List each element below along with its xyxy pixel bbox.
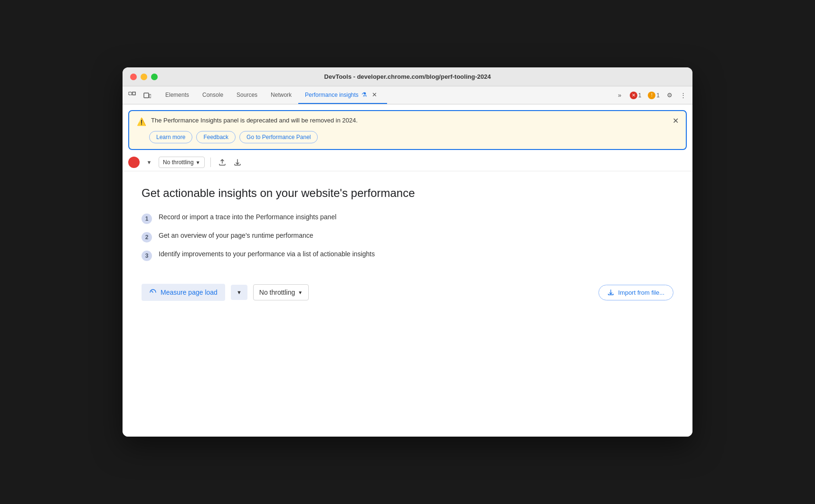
step-number-3: 3: [142, 251, 152, 261]
step-number-1: 1: [142, 214, 152, 224]
warning-count: 1: [656, 92, 660, 99]
warning-triangle-icon: ⚠️: [137, 117, 146, 126]
import-from-file-button[interactable]: Import from file...: [598, 285, 673, 300]
tab-elements[interactable]: Elements: [159, 86, 196, 104]
step-number-2: 2: [142, 232, 152, 243]
steps-list: 1 Record or import a trace into the Perf…: [142, 213, 673, 261]
panel-title: Get actionable insights on your website'…: [142, 187, 673, 200]
step-item-1: 1 Record or import a trace into the Perf…: [142, 213, 673, 224]
measure-chevron-icon: ▼: [237, 289, 242, 295]
tab-network[interactable]: Network: [264, 86, 298, 104]
devtools-content: ⚠️ The Performance Insights panel is dep…: [123, 104, 692, 437]
tab-close-icon[interactable]: ✕: [369, 89, 380, 101]
tab-sources[interactable]: Sources: [230, 86, 264, 104]
device-toggle-icon[interactable]: [142, 90, 153, 101]
settings-icon[interactable]: ⚙: [664, 90, 675, 101]
throttling-chevron-icon: ▼: [196, 160, 200, 165]
svg-rect-2: [144, 93, 149, 98]
svg-rect-1: [133, 92, 135, 95]
measure-dropdown-chevron[interactable]: ▼: [231, 285, 247, 300]
record-button[interactable]: [128, 157, 140, 168]
record-dropdown-icon[interactable]: ▼: [143, 157, 155, 168]
measure-page-load-button[interactable]: Measure page load: [142, 284, 225, 301]
step-text-3: Identify improvements to your performanc…: [159, 250, 375, 258]
learn-more-button[interactable]: Learn more: [149, 131, 192, 143]
warning-text: The Performance Insights panel is deprec…: [151, 117, 358, 124]
close-button[interactable]: [130, 74, 137, 80]
traffic-lights: [130, 74, 158, 80]
svg-rect-3: [149, 94, 151, 98]
throttling-label-toolbar: No throttling: [163, 159, 194, 166]
warning-banner: ⚠️ The Performance Insights panel is dep…: [128, 110, 687, 150]
step-item-3: 3 Identify improvements to your performa…: [142, 250, 673, 261]
toolbar-separator: [210, 158, 211, 167]
title-bar: DevTools - developer.chrome.com/blog/per…: [123, 67, 692, 86]
actions-row: Measure page load ▼ No throttling ▼ Impo…: [142, 284, 673, 301]
throttling-label-main: No throttling: [259, 289, 295, 296]
more-tabs-icon[interactable]: »: [614, 90, 625, 101]
step-item-2: 2 Get an overview of your page's runtime…: [142, 232, 673, 243]
feedback-button[interactable]: Feedback: [196, 131, 236, 143]
warning-close-button[interactable]: ✕: [671, 116, 680, 125]
inspect-icon[interactable]: [126, 90, 138, 101]
throttling-main-chevron-icon: ▼: [298, 290, 303, 295]
step-text-2: Get an overview of your page's runtime p…: [159, 232, 313, 239]
panel-body: Get actionable insights on your website'…: [123, 171, 692, 316]
warning-action-buttons: Learn more Feedback Go to Performance Pa…: [149, 131, 678, 143]
tab-icon-group: [126, 90, 153, 101]
tab-console[interactable]: Console: [196, 86, 230, 104]
tab-actions-group: » ✕ 1 ! 1 ⚙ ⋮: [614, 90, 689, 101]
warning-message-row: ⚠️ The Performance Insights panel is dep…: [137, 117, 678, 126]
tab-bar: Elements Console Sources Network Perform…: [123, 86, 692, 104]
step-text-1: Record or import a trace into the Perfor…: [159, 213, 336, 221]
error-icon: ✕: [630, 92, 637, 99]
import-label: Import from file...: [618, 289, 664, 296]
window-title: DevTools - developer.chrome.com/blog/per…: [324, 73, 491, 80]
warning-icon: !: [648, 92, 655, 99]
menu-icon[interactable]: ⋮: [677, 90, 689, 101]
warning-badge-btn[interactable]: ! 1: [645, 91, 662, 100]
error-badge-btn[interactable]: ✕ 1: [627, 91, 644, 100]
toolbar: ▼ No throttling ▼: [123, 154, 692, 171]
svg-rect-0: [129, 92, 132, 95]
upload-icon[interactable]: [217, 157, 228, 168]
go-to-performance-panel-button[interactable]: Go to Performance Panel: [239, 131, 318, 143]
tab-performance-insights[interactable]: Performance insights ⚗ ✕: [298, 86, 387, 104]
error-count: 1: [638, 92, 642, 99]
devtools-window: DevTools - developer.chrome.com/blog/per…: [123, 67, 692, 437]
minimize-button[interactable]: [141, 74, 147, 80]
throttling-dropdown-toolbar[interactable]: No throttling ▼: [159, 157, 205, 168]
download-icon[interactable]: [232, 157, 243, 168]
tabs-container: Elements Console Sources Network Perform…: [159, 86, 614, 104]
measure-label: Measure page load: [161, 289, 218, 296]
throttling-dropdown-main[interactable]: No throttling ▼: [253, 284, 309, 300]
maximize-button[interactable]: [151, 74, 158, 80]
